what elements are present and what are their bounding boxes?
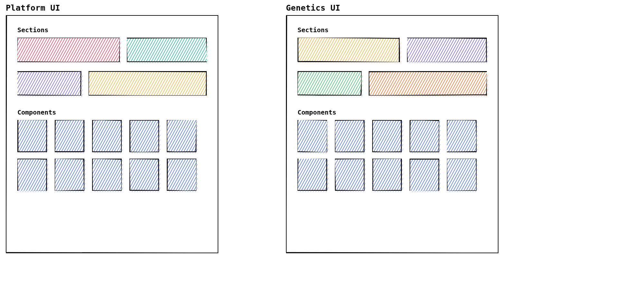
sketch-box	[372, 120, 402, 152]
section-row	[17, 71, 207, 96]
section-row	[17, 38, 207, 62]
sketch-box	[92, 159, 122, 191]
svg-rect-1	[127, 38, 207, 62]
sketch-box	[372, 159, 402, 191]
sketch-box	[17, 71, 81, 96]
components-group	[17, 120, 207, 191]
components-group	[298, 120, 487, 191]
sketch-box	[298, 120, 327, 152]
sketch-box	[55, 159, 84, 191]
panel-frame: Sections	[6, 15, 218, 253]
svg-rect-20	[372, 120, 402, 152]
sketch-box	[127, 38, 207, 62]
component-row	[298, 120, 487, 152]
svg-rect-8	[167, 120, 196, 152]
svg-rect-27	[447, 159, 477, 191]
sketch-box	[129, 120, 159, 152]
svg-rect-9	[17, 159, 47, 191]
sketch-box	[369, 71, 487, 96]
components-label: Components	[17, 108, 207, 116]
svg-rect-11	[92, 159, 122, 191]
component-row	[17, 120, 207, 152]
svg-rect-5	[55, 120, 84, 152]
svg-rect-10	[55, 159, 84, 191]
sections-group	[17, 38, 207, 96]
component-row	[17, 159, 207, 191]
svg-rect-6	[92, 120, 122, 152]
sketch-box	[17, 38, 120, 62]
svg-rect-18	[298, 120, 327, 152]
sketch-box	[298, 71, 362, 96]
sketch-box	[129, 159, 159, 191]
sketch-box	[55, 120, 84, 152]
sketch-box	[407, 38, 487, 62]
svg-rect-7	[129, 120, 159, 152]
sketch-box	[447, 159, 477, 191]
svg-rect-19	[335, 120, 365, 152]
component-row	[298, 159, 487, 191]
panel-left: Platform UI Sections	[6, 3, 218, 303]
svg-rect-22	[447, 120, 477, 152]
sketch-box	[298, 159, 327, 191]
svg-rect-25	[372, 159, 402, 191]
svg-rect-21	[410, 120, 439, 152]
sketch-box	[410, 159, 439, 191]
section-row	[298, 38, 487, 62]
svg-rect-13	[167, 159, 196, 191]
panel-right: Genetics UI Sections	[286, 3, 498, 303]
svg-rect-4	[17, 120, 47, 152]
sections-label: Sections	[17, 26, 207, 34]
components-label: Components	[298, 108, 487, 116]
panel-title: Platform UI	[6, 3, 218, 13]
sections-label: Sections	[298, 26, 487, 34]
svg-rect-12	[129, 159, 159, 191]
sketch-box	[335, 159, 365, 191]
sketch-box	[410, 120, 439, 152]
svg-rect-24	[335, 159, 365, 191]
sketch-box	[17, 120, 47, 152]
sketch-box	[298, 38, 400, 62]
svg-rect-26	[410, 159, 439, 191]
panel-title: Genetics UI	[286, 3, 498, 13]
sketch-box	[17, 159, 47, 191]
diagram-stage: Platform UI Sections	[0, 0, 644, 306]
panel-frame: Sections	[286, 15, 498, 253]
sketch-box	[89, 71, 207, 96]
svg-rect-23	[298, 159, 327, 191]
sketch-box	[447, 120, 477, 152]
sketch-box	[167, 120, 196, 152]
section-row	[298, 71, 487, 96]
sketch-box	[335, 120, 365, 152]
sketch-box	[167, 159, 196, 191]
sketch-box	[92, 120, 122, 152]
svg-rect-15	[407, 38, 487, 62]
sections-group	[298, 38, 487, 96]
